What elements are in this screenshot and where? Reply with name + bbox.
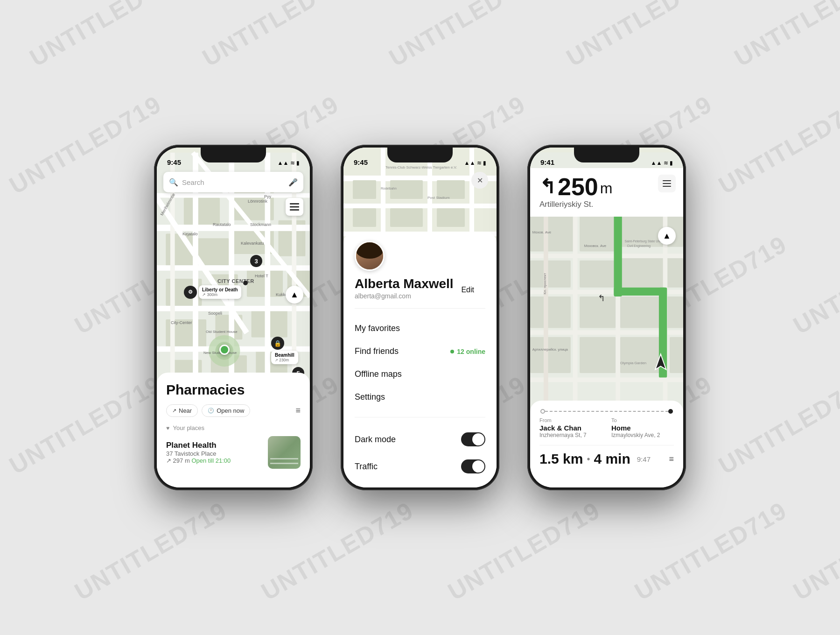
filter-open-btn[interactable]: 🕐 Open now [202, 404, 250, 417]
svg-text:Rodelbahn: Rodelbahn [381, 187, 397, 190]
dark-mode-toggle-row: Dark mode [355, 426, 485, 453]
to-label: To [611, 417, 674, 423]
status-icons-3: ▲▲ ≋ ▮ [651, 160, 673, 166]
menu-find-friends[interactable]: Find friends 12 online [355, 340, 485, 363]
notch-3 [574, 148, 639, 162]
clock-icon: 🕐 [208, 408, 214, 414]
status-icons-2: ▲▲ ≋ ▮ [464, 160, 486, 166]
to-addr: Izmaylovskiy Ave, 2 [611, 432, 674, 438]
your-places-label: ♥ Your places [166, 424, 301, 431]
dark-mode-toggle[interactable] [461, 432, 485, 446]
svg-rect-3 [166, 234, 193, 270]
svg-rect-32 [290, 206, 299, 208]
svg-rect-65 [530, 254, 683, 258]
nav-stats: 1.5 km • 4 min 9:47 ≡ [539, 451, 674, 467]
menu-favorites[interactable]: My favorites [355, 317, 485, 340]
traffic-toggle[interactable] [461, 459, 485, 473]
friends-badge: 12 online [450, 348, 485, 355]
svg-text:Civil Engineering: Civil Engineering [627, 244, 651, 248]
from-addr: Inzhenernaya St, 7 [539, 432, 602, 438]
phone-1: Etelaesplanadi Merihelmintie Lönnrotink … [154, 145, 313, 490]
wm-3: UNTITLED [384, 0, 509, 72]
turn-icon: ↰ [539, 177, 556, 197]
place-thumb [268, 436, 301, 469]
svg-rect-54 [530, 261, 571, 288]
nav-dist: 1.5 km [539, 451, 583, 467]
badge-3: 3 [250, 255, 262, 267]
wm-25: UNTITLED719 [789, 496, 840, 606]
svg-rect-68 [530, 378, 683, 382]
wm-15: UNTITLED719 [789, 230, 840, 340]
search-placeholder: Search [182, 178, 288, 186]
shelf-1 [270, 458, 298, 459]
route-dots [539, 409, 674, 414]
status-icons-1: ▲▲ ≋ ▮ [278, 160, 300, 166]
time-3: 9:41 [540, 158, 554, 166]
nav-street: Artilleriyskiy St. [539, 200, 674, 209]
map-label-rautatalo: Rautatalo [213, 222, 231, 227]
filter-settings-icon[interactable]: ≡ [295, 406, 301, 416]
dark-mode-label: Dark mode [355, 435, 396, 444]
place-card[interactable]: Planet Health 37 Tavistock Place ↗ 297 m… [166, 436, 301, 469]
marker-beamhill[interactable]: 🔒 Beamhill↗ 230m [271, 337, 298, 364]
nav-menu-btn[interactable] [658, 175, 676, 192]
nav-arrow-btn[interactable]: ▲ [286, 286, 303, 303]
route-info: From Jack & Chan Inzhenernaya St, 7 To H… [539, 417, 674, 438]
wm-21: UNTITLED719 [70, 496, 232, 606]
svg-rect-1 [184, 198, 220, 225]
time-1: 9:45 [167, 158, 181, 166]
edit-btn[interactable]: Edit [461, 286, 474, 294]
close-btn[interactable]: ✕ [471, 172, 488, 189]
svg-rect-41 [353, 180, 376, 199]
liberty-name: Liberty or Death [202, 287, 238, 292]
bottom-panel: Pharmacies ↗ Near 🕐 Open now ≡ ♥ [157, 373, 310, 487]
settings-label: Settings [355, 392, 385, 402]
wm-1: UNTITLED [25, 0, 149, 72]
menu-settings[interactable]: Settings [355, 386, 485, 409]
notch-1 [201, 148, 266, 162]
nav-direction: ↰ 250 m [539, 175, 674, 199]
place-meta: ↗ 297 m Open till 21:00 [166, 457, 262, 464]
mic-icon[interactable]: 🎤 [288, 178, 298, 187]
svg-rect-57 [530, 296, 571, 328]
filter-near-btn[interactable]: ↗ Near [166, 404, 198, 417]
svg-text:Моховск. Ave: Моховск. Ave [584, 244, 606, 248]
wm-20: UNTITLED719 [714, 370, 840, 480]
place-info: Planet Health 37 Tavistock Place ↗ 297 m… [166, 441, 262, 464]
near-label: Near [179, 407, 192, 414]
svg-rect-56 [620, 258, 683, 288]
heart-icon: ♥ [166, 425, 169, 431]
to-name: Home [611, 424, 674, 432]
thumb-pharmacy [268, 436, 301, 469]
map-label-kirjatalo: Kirjatalo [182, 232, 198, 236]
nav-settings-icon[interactable]: ≡ [669, 454, 674, 464]
route-from: From Jack & Chan Inzhenernaya St, 7 [539, 417, 602, 438]
offline-maps-label: Offline maps [355, 369, 402, 379]
wm-24: UNTITLED719 [630, 496, 792, 606]
notch-2 [387, 148, 453, 162]
place-address: 37 Tavistock Place [166, 450, 262, 457]
wm-22: UNTITLED719 [257, 496, 419, 606]
menu-line-3 [663, 186, 671, 187]
nav-eta: 9:47 [637, 455, 651, 463]
avatar [355, 241, 385, 271]
search-bar[interactable]: 🔍 Search 🎤 [163, 172, 303, 192]
menu-offline-maps[interactable]: Offline maps [355, 363, 485, 386]
dark-mode-knob [472, 433, 484, 445]
profile-card: Alberta Maxwell alberta@gmail.com Edit M… [343, 232, 497, 487]
from-name: Jack & Chan [539, 424, 602, 432]
marker-3: 3 [250, 255, 262, 267]
phones-container: Etelaesplanadi Merihelmintie Lönnrotink … [154, 145, 686, 490]
map-label-city-center: City-Center [171, 320, 192, 325]
phone-2: Tennis-Club Schwarz-Weiss Tiergarten e.V… [341, 145, 499, 490]
nav-compass-btn[interactable]: ▲ [658, 227, 676, 245]
route-to: To Home Izmaylovskiy Ave, 2 [611, 417, 674, 438]
svg-rect-46 [437, 208, 465, 227]
phone-1-screen: Etelaesplanadi Merihelmintie Lönnrotink … [157, 148, 310, 487]
phone-3-screen: ↰ Кл. проспект Моховск. Ave Мохов. Ave S… [530, 148, 683, 487]
place-name: Planet Health [166, 441, 262, 450]
wm-2: UNTITLED [197, 0, 322, 72]
map-layers-btn[interactable] [286, 198, 303, 216]
filter-row: ↗ Near 🕐 Open now ≡ [166, 404, 301, 417]
marker-liberty[interactable]: ⚙ Liberty or Death ↗ 300m [184, 285, 241, 299]
